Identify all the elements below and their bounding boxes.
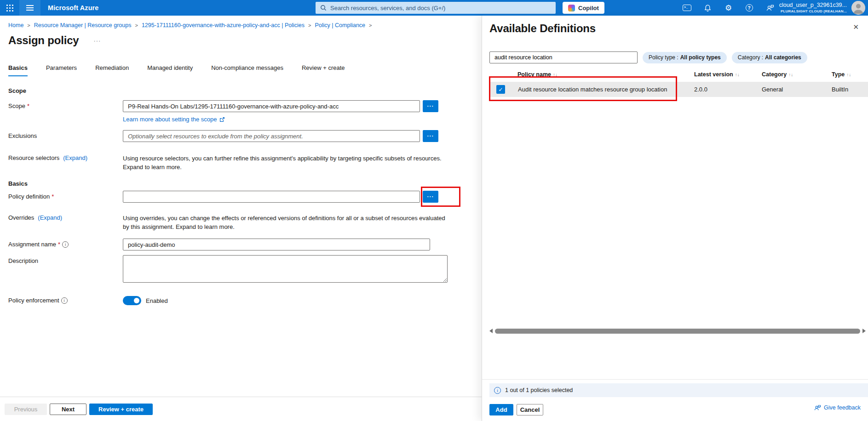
column-header-policy-name[interactable]: Policy name ↑↓ <box>517 71 558 78</box>
close-icon[interactable]: ✕ <box>853 23 859 31</box>
top-bar: Microsoft Azure Search resources, servic… <box>0 0 868 16</box>
tab-parameters[interactable]: Parameters <box>46 64 77 76</box>
wizard-footer: Previous Next Review + create <box>0 397 482 421</box>
breadcrumb-chevron: > <box>308 23 311 28</box>
breadcrumb-chevron: > <box>27 23 30 28</box>
give-feedback-label: Give feedback <box>824 404 861 411</box>
category-header-label: Category <box>762 71 787 78</box>
category-filter-label: Category : <box>738 54 763 61</box>
selection-status-bar: i 1 out of 1 policies selected <box>489 383 868 397</box>
row-latest-version: 2.0.0 <box>694 86 707 93</box>
app-title: Microsoft Azure <box>48 4 99 11</box>
tab-managed-identity[interactable]: Managed identity <box>147 64 193 76</box>
latest-version-header-label: Latest version <box>694 71 733 78</box>
page-more-icon[interactable]: ··· <box>93 37 101 44</box>
global-search-input[interactable]: Search resources, services, and docs (G+… <box>316 2 556 14</box>
resource-selectors-expand-link[interactable]: (Expand) <box>63 154 87 161</box>
account-info[interactable]: cloud_user_p_32961c39... PLURALSIGHT CLO… <box>779 2 847 15</box>
policy-name-header-label: Policy name <box>517 71 551 78</box>
category-filter-value: All categories <box>765 54 801 61</box>
breadcrumb: Home > Resource Manager | Resource group… <box>8 22 482 28</box>
overrides-label: Overrides <box>8 214 34 221</box>
breadcrumb-resource-groups[interactable]: Resource Manager | Resource groups <box>34 22 132 28</box>
sort-icon: ↑↓ <box>735 72 740 77</box>
breadcrumb-home[interactable]: Home <box>8 22 23 28</box>
scrollbar-thumb[interactable] <box>495 329 860 334</box>
scroll-left-icon[interactable] <box>489 329 493 333</box>
hamburger-menu-icon[interactable] <box>19 0 40 16</box>
category-filter-pill[interactable]: Category : All categories <box>732 52 807 63</box>
panel-title: Available Definitions <box>489 22 868 35</box>
column-header-category[interactable]: Category ↑↓ <box>762 71 793 78</box>
horizontal-scrollbar[interactable] <box>489 327 866 335</box>
account-directory: PLURALSIGHT CLOUD (REALHAN... <box>779 8 847 15</box>
feedback-icon <box>814 404 821 411</box>
sort-icon: ↑↓ <box>553 72 558 77</box>
required-marker: * <box>27 102 29 109</box>
feedback-icon[interactable] <box>765 4 774 12</box>
policy-definition-label: Policy definition <box>8 193 50 200</box>
sort-icon: ↑↓ <box>846 72 851 77</box>
policy-type-filter-pill[interactable]: Policy type : All policy types <box>643 52 727 63</box>
overrides-expand-link[interactable]: (Expand) <box>38 214 62 221</box>
breadcrumb-chevron: > <box>135 23 138 28</box>
avatar[interactable] <box>851 1 865 15</box>
column-header-latest-version[interactable]: Latest version ↑↓ <box>694 71 740 78</box>
copilot-label: Copilot <box>578 5 599 11</box>
app-launcher-icon[interactable] <box>0 0 19 16</box>
info-icon: i <box>61 297 68 304</box>
help-icon[interactable]: ? <box>745 4 753 12</box>
resource-selectors-help-text: Using resource selectors, you can furthe… <box>123 152 450 172</box>
scroll-right-icon[interactable] <box>862 329 866 333</box>
policy-definition-input[interactable] <box>123 191 420 203</box>
scope-section-heading: Scope <box>8 87 464 94</box>
scope-browse-button[interactable]: ··· <box>423 100 438 112</box>
previous-button[interactable]: Previous <box>5 404 47 415</box>
give-feedback-link[interactable]: Give feedback <box>814 404 861 411</box>
breadcrumb-policies[interactable]: 1295-17111160-governance-with-azure-poli… <box>142 22 305 28</box>
policy-definition-browse-button[interactable]: ··· <box>423 191 438 203</box>
selection-status-text: 1 out of 1 policies selected <box>505 387 573 393</box>
wizard-tabs: Basics Parameters Remediation Managed id… <box>8 64 482 76</box>
table-row[interactable]: ✓ Audit resource location matches resour… <box>489 82 868 97</box>
definitions-search-input[interactable] <box>489 51 638 63</box>
cloud-shell-icon[interactable]: >_ <box>683 4 691 12</box>
topbar-icons: >_ ⚙ ? <box>683 0 774 16</box>
search-icon <box>320 5 327 11</box>
exclusions-input[interactable] <box>123 130 420 142</box>
notifications-bell-icon[interactable] <box>703 4 712 12</box>
type-header-label: Type <box>832 71 845 78</box>
add-button[interactable]: Add <box>489 404 513 415</box>
resource-selectors-label: Resource selectors <box>8 154 59 161</box>
global-search-placeholder: Search resources, services, and docs (G+… <box>330 5 445 11</box>
panel-footer: i 1 out of 1 policies selected Add Cance… <box>482 379 868 421</box>
page-title: Assign policy <box>8 34 79 47</box>
settings-gear-icon[interactable]: ⚙ <box>724 4 733 12</box>
tab-review-create[interactable]: Review + create <box>302 64 345 76</box>
definitions-table-header: Policy name ↑↓ Latest version ↑↓ Categor… <box>489 70 868 82</box>
next-button[interactable]: Next <box>50 404 86 415</box>
assignment-name-label: Assignment name <box>8 241 56 248</box>
account-username: cloud_user_p_32961c39... <box>779 2 847 8</box>
breadcrumb-policy-compliance[interactable]: Policy | Compliance <box>315 22 366 28</box>
column-header-type[interactable]: Type ↑↓ <box>832 71 851 78</box>
exclusions-browse-button[interactable]: ··· <box>423 130 438 142</box>
copilot-icon <box>568 5 575 11</box>
exclusions-label: Exclusions <box>8 132 37 139</box>
tab-remediation[interactable]: Remediation <box>95 64 129 76</box>
cancel-button[interactable]: Cancel <box>517 404 543 415</box>
tab-non-compliance-messages[interactable]: Non-compliance messages <box>211 64 283 76</box>
review-create-button[interactable]: Review + create <box>89 404 153 415</box>
description-textarea[interactable] <box>123 255 448 283</box>
external-link-icon <box>219 117 225 122</box>
tab-basics[interactable]: Basics <box>8 64 28 76</box>
copilot-button[interactable]: Copilot <box>563 2 604 14</box>
scope-label: Scope <box>8 102 25 109</box>
row-checkbox[interactable]: ✓ <box>496 85 505 94</box>
scope-input[interactable] <box>123 100 420 112</box>
assign-policy-page: Home > Resource Manager | Resource group… <box>0 16 482 421</box>
policy-enforcement-toggle[interactable] <box>123 296 141 305</box>
assignment-name-input[interactable] <box>123 239 430 250</box>
sort-icon: ↑↓ <box>788 72 793 77</box>
learn-more-scope-link[interactable]: Learn more about setting the scope <box>123 116 225 123</box>
